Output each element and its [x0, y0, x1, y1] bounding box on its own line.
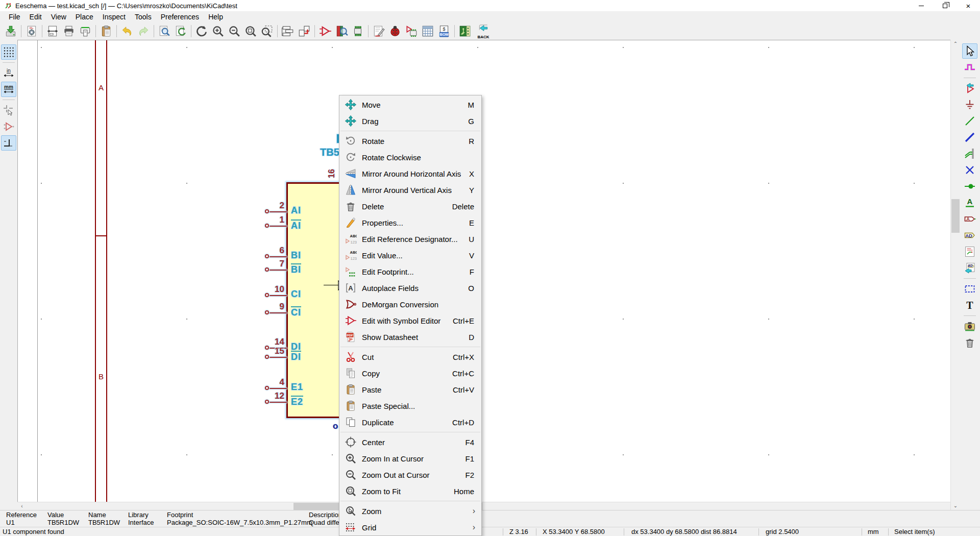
menu-item-shortcut: Delete — [452, 202, 481, 211]
bus-tool[interactable] — [962, 130, 977, 145]
context-menu-item-duplicate[interactable]: DuplicateCtrl+D — [339, 414, 481, 430]
menu-item-shortcut: Ctrl+D — [452, 418, 481, 427]
place-symbol-tool[interactable] — [962, 81, 977, 96]
highlight-net-tool[interactable] — [962, 60, 977, 75]
symbol-library-browser-button[interactable] — [333, 23, 350, 39]
back-button[interactable]: BACK — [473, 23, 494, 39]
grid-visibility-toggle[interactable] — [1, 44, 16, 60]
menu-place[interactable]: Place — [71, 12, 98, 22]
import-sheet-pin-tool[interactable]: AD — [962, 260, 977, 276]
context-menu-item-mirror-around-vertical-axis[interactable]: Mirror Around Vertical AxisY — [339, 182, 481, 198]
zoom-fit-button[interactable] — [242, 23, 259, 39]
context-menu-item-edit-with-symbol-editor[interactable]: Edit with Symbol EditorCtrl+E — [339, 312, 481, 329]
dashed-rectangle-tool[interactable] — [962, 281, 977, 297]
plot-button[interactable] — [77, 23, 93, 39]
menu-preferences[interactable]: Preferences — [156, 12, 204, 22]
schematic-setup-button[interactable] — [23, 23, 40, 39]
restore-button[interactable] — [933, 0, 957, 11]
hierarchical-label-tool[interactable]: AD — [962, 228, 977, 243]
erc-button[interactable] — [387, 23, 403, 39]
menu-inspect[interactable]: Inspect — [98, 12, 130, 22]
scroll-up-icon[interactable]: ⌃ — [951, 40, 960, 48]
context-menu-item-edit-footprint[interactable]: Edit Footprint...F — [339, 263, 481, 280]
junction-tool[interactable] — [962, 179, 977, 194]
assign-footprints-button[interactable] — [403, 23, 420, 39]
zoom-out-button[interactable] — [226, 23, 242, 39]
symbol-editor-button[interactable] — [317, 23, 333, 39]
context-menu-item-autoplace-fields[interactable]: AAutoplace FieldsO — [339, 280, 481, 296]
no-connect-tool[interactable] — [962, 162, 977, 178]
scroll-down-icon[interactable]: ⌄ — [951, 502, 960, 510]
context-menu-item-zoom-out-at-cursor[interactable]: Zoom Out at CursorF2 — [339, 467, 481, 483]
image-tool[interactable] — [962, 319, 977, 334]
context-menu-item-edit-reference-designator[interactable]: ABC123Edit Reference Designator...U — [339, 231, 481, 247]
save-button[interactable] — [3, 23, 19, 39]
vertical-scrollbar-thumb[interactable] — [951, 199, 960, 233]
wire-tool[interactable] — [962, 113, 977, 129]
find-button[interactable] — [156, 23, 173, 39]
context-menu-item-properties[interactable]: Properties...E — [339, 214, 481, 231]
context-menu-item-paste[interactable]: PasteCtrl+V — [339, 381, 481, 398]
metric-units-toggle[interactable]: mm — [1, 82, 16, 97]
hv-wire-mode-toggle[interactable] — [1, 135, 16, 151]
zoom-selection-button[interactable] — [259, 23, 275, 39]
context-menu-item-copy[interactable]: CopyCtrl+C — [339, 365, 481, 381]
context-menu-item-center[interactable]: CenterF4 — [339, 434, 481, 450]
component-value-text[interactable]: TB5 — [320, 147, 339, 158]
text-tool[interactable]: T — [962, 298, 977, 313]
delete-tool[interactable] — [962, 335, 977, 350]
close-button[interactable]: × — [957, 0, 980, 11]
menu-file[interactable]: File — [4, 12, 25, 22]
context-menu-item-mirror-around-horizontal-axis[interactable]: Mirror Around Horizontal AxisX — [339, 165, 481, 182]
zoom-in-button[interactable] — [210, 23, 226, 39]
menu-view[interactable]: View — [46, 12, 71, 22]
context-menu-item-paste-special[interactable]: Paste Special... — [339, 398, 481, 414]
cursor-shape-toggle[interactable] — [1, 103, 16, 118]
symbol-fields-table-button[interactable] — [420, 23, 436, 39]
zoom-in-icon — [339, 452, 362, 465]
net-label-tool[interactable]: A — [962, 195, 977, 210]
context-menu-item-delete[interactable]: DeleteDelete — [339, 198, 481, 214]
horizontal-scrollbar[interactable]: ‹ — [17, 502, 950, 510]
minimize-button[interactable] — [910, 0, 933, 11]
hidden-pins-toggle[interactable] — [1, 119, 16, 134]
imperial-units-toggle[interactable]: in — [1, 65, 16, 81]
redo-button[interactable] — [135, 23, 152, 39]
refresh-view-button[interactable] — [193, 23, 210, 39]
pcb-editor-button[interactable] — [457, 23, 473, 39]
context-menu-item-grid[interactable]: Grid› — [339, 519, 481, 535]
context-menu-item-rotate-clockwise[interactable]: Rotate Clockwise — [339, 149, 481, 165]
place-power-port-tool[interactable] — [962, 97, 977, 112]
context-menu-item-zoom-in-at-cursor[interactable]: Zoom In at CursorF1 — [339, 450, 481, 467]
paste-button[interactable] — [98, 23, 114, 39]
annotate-button[interactable] — [371, 23, 387, 39]
context-menu-item-drag[interactable]: DragG — [339, 113, 481, 129]
global-label-tool[interactable]: A — [962, 211, 977, 227]
context-menu-item-cut[interactable]: CutCtrl+X — [339, 349, 481, 365]
selection-tool[interactable] — [962, 43, 977, 59]
context-menu-item-show-datasheet[interactable]: PDFShow DatasheetD — [339, 329, 481, 345]
context-menu-item-edit-value[interactable]: ABC123Edit Value...V — [339, 247, 481, 263]
menu-tools[interactable]: Tools — [130, 12, 156, 22]
print-button[interactable] — [61, 23, 77, 39]
hierarchical-sheet-tool[interactable] — [962, 244, 977, 259]
hierarchy-navigator-button[interactable] — [280, 23, 296, 39]
context-menu-item-move[interactable]: MoveM — [339, 96, 481, 113]
context-menu-item-zoom[interactable]: Zoom› — [339, 503, 481, 519]
context-menu-item-zoom-to-fit[interactable]: Zoom to FitHome — [339, 483, 481, 499]
context-menu-item-rotate[interactable]: RotateR — [339, 133, 481, 149]
menu-help[interactable]: Help — [204, 12, 228, 22]
wire-to-bus-entry-tool[interactable] — [962, 146, 977, 161]
find-replace-button[interactable] — [173, 23, 189, 39]
schematic-canvas[interactable]: 2AI1AI6BI7BI10CI9CI14DI15DI4E112E2 TB5 1… — [17, 40, 950, 510]
leave-sheet-button[interactable] — [296, 23, 312, 39]
context-menu-item-demorgan-conversion[interactable]: DeMorgan Conversion — [339, 296, 481, 312]
bom-button[interactable]: $BOM — [436, 23, 452, 39]
footprint-editor-button[interactable] — [350, 23, 366, 39]
scroll-left-icon[interactable]: ‹ — [17, 502, 27, 510]
undo-button[interactable] — [119, 23, 135, 39]
page-settings-button[interactable] — [44, 23, 61, 39]
vertical-scrollbar[interactable]: ⌃ ⌄ — [950, 40, 960, 510]
menu-edit[interactable]: Edit — [25, 12, 46, 22]
global-label-icon: A — [964, 213, 976, 225]
